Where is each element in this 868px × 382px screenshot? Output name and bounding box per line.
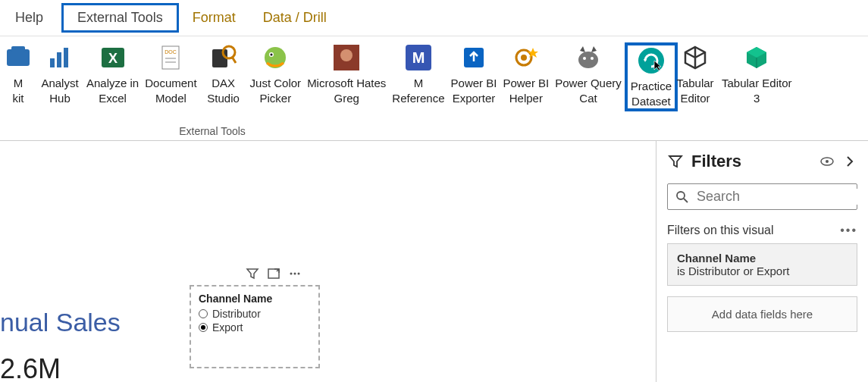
ribbon: Mkit AnalystHub X Analyze inExcel DOC Do…	[0, 36, 868, 141]
avatar-icon	[331, 42, 362, 73]
ribbon-item-analyze-excel[interactable]: X Analyze inExcel	[83, 42, 142, 105]
more-options-icon[interactable]: •••	[840, 224, 857, 237]
ribbon-label: DocumentModel	[145, 76, 196, 105]
add-filter-dropzone[interactable]: Add data fields here	[667, 296, 857, 332]
svg-point-35	[826, 160, 829, 163]
search-icon	[675, 190, 689, 204]
dax-icon	[208, 42, 239, 73]
funnel-icon	[667, 153, 684, 170]
filter-condition: is Distributor or Export	[677, 265, 848, 277]
ribbon-item-tabular-editor[interactable]: TabularEditor	[672, 42, 719, 105]
svg-line-37	[684, 199, 688, 202]
filter-card[interactable]: Channel Name is Distributor or Export	[667, 243, 857, 286]
ribbon-item-pbi-exporter[interactable]: Power BIExporter	[448, 42, 500, 105]
svg-point-31	[290, 273, 293, 275]
ribbon-item-m-reference[interactable]: M MReference	[389, 42, 447, 105]
slicer-title: Channel Name	[199, 293, 311, 305]
excel-icon: X	[98, 42, 128, 73]
svg-rect-4	[64, 48, 68, 67]
ribbon-item-pbi-helper[interactable]: Power BIHelper	[500, 42, 552, 105]
ribbon-item-analyst-hub[interactable]: AnalystHub	[36, 42, 83, 105]
radio-unchecked-icon	[199, 309, 208, 318]
tabs-row: Help External Tools Format Data / Drill	[0, 0, 868, 36]
ribbon-label: Power QueryCat	[555, 76, 622, 105]
cube-outline-icon	[680, 42, 710, 73]
canvas[interactable]: nual Sales 2.6M Channel Name Distributor	[0, 141, 656, 382]
document-icon: DOC	[155, 42, 186, 73]
toolkit-icon	[3, 42, 33, 73]
ribbon-label: TabularEditor	[676, 76, 713, 105]
cat-icon	[573, 42, 603, 73]
slicer-toolbar	[246, 267, 302, 280]
svg-point-25	[578, 52, 598, 68]
svg-rect-1	[11, 46, 25, 52]
ribbon-item-m-kit[interactable]: Mkit	[0, 42, 36, 105]
tab-data-drill[interactable]: Data / Drill	[249, 5, 340, 30]
ribbon-item-ms-hates-greg[interactable]: Microsoft HatesGreg	[304, 42, 389, 105]
visual-title: nual Sales	[0, 308, 121, 337]
eye-icon[interactable]	[819, 154, 835, 169]
more-options-icon[interactable]	[288, 267, 302, 280]
svg-point-33	[298, 273, 300, 275]
svg-point-23	[521, 55, 527, 61]
svg-point-36	[677, 192, 685, 199]
ribbon-label: Microsoft HatesGreg	[307, 76, 386, 105]
ribbon-label: PracticeDataset	[631, 79, 672, 108]
ribbon-label: Power BIHelper	[503, 76, 549, 105]
tab-external-tools[interactable]: External Tools	[61, 3, 179, 33]
ribbon-label: AnalystHub	[41, 76, 78, 105]
focus-mode-icon[interactable]	[267, 267, 280, 280]
filters-pane: Filters Filters on this visual ••• Chann…	[656, 141, 868, 382]
svg-line-13	[232, 57, 236, 63]
slicer-option-label: Distributor	[212, 308, 261, 320]
visual-value: 2.6M	[0, 353, 61, 382]
svg-rect-2	[50, 58, 55, 67]
ribbon-label: MReference	[392, 76, 444, 105]
radio-checked-icon	[199, 323, 208, 332]
filters-section-label: Filters on this visual	[667, 224, 774, 237]
svg-text:M: M	[412, 49, 425, 66]
ribbon-label: Power BIExporter	[451, 76, 497, 105]
funnel-icon[interactable]	[246, 267, 259, 280]
m-icon: M	[403, 42, 434, 73]
chevron-right-icon[interactable]	[842, 154, 857, 169]
slicer-visual[interactable]: Channel Name Distributor Export	[190, 285, 320, 368]
cube-green-icon	[741, 42, 772, 73]
filters-search-input[interactable]	[697, 189, 868, 205]
ribbon-item-practice-dataset[interactable]: PracticeDataset	[625, 42, 678, 111]
filters-search[interactable]	[667, 183, 857, 210]
svg-point-27	[591, 57, 594, 60]
chameleon-icon	[260, 42, 290, 73]
ribbon-label: Analyze inExcel	[86, 76, 139, 105]
svg-point-18	[340, 49, 353, 61]
svg-rect-3	[57, 52, 61, 67]
refresh-dataset-icon	[636, 45, 666, 76]
ribbon-item-dax-studio[interactable]: DAXStudio	[200, 42, 247, 105]
upload-icon	[459, 42, 489, 73]
svg-point-32	[294, 273, 296, 275]
filters-title: Filters	[691, 152, 812, 171]
ribbon-item-document-model[interactable]: DOC DocumentModel	[142, 42, 199, 105]
gear-star-icon	[511, 42, 541, 73]
tab-help[interactable]: Help	[12, 5, 61, 30]
ribbon-item-power-query-cat[interactable]: Power QueryCat	[552, 42, 625, 105]
chart-icon	[45, 42, 75, 73]
ribbon-item-color-picker[interactable]: Just ColorPicker	[247, 42, 305, 105]
ribbon-label: Tabular Editor3	[722, 76, 792, 105]
svg-text:DOC: DOC	[165, 49, 177, 55]
slicer-option-label: Export	[212, 321, 243, 333]
tab-format[interactable]: Format	[179, 5, 249, 30]
ribbon-label: DAXStudio	[207, 76, 240, 105]
ribbon-group-label: External Tools	[0, 125, 425, 137]
filters-section-head: Filters on this visual •••	[667, 224, 857, 237]
svg-point-26	[583, 57, 586, 60]
ribbon-item-tabular-editor-3[interactable]: Tabular Editor3	[719, 42, 795, 105]
filters-header: Filters	[667, 152, 857, 171]
filter-field-name: Channel Name	[677, 252, 848, 265]
slicer-option-distributor[interactable]: Distributor	[199, 308, 311, 320]
main-area: nual Sales 2.6M Channel Name Distributor	[0, 141, 868, 382]
cursor-icon	[653, 59, 665, 71]
slicer-option-export[interactable]: Export	[199, 321, 311, 333]
ribbon-label: Mkit	[13, 76, 24, 105]
svg-text:X: X	[108, 51, 118, 66]
